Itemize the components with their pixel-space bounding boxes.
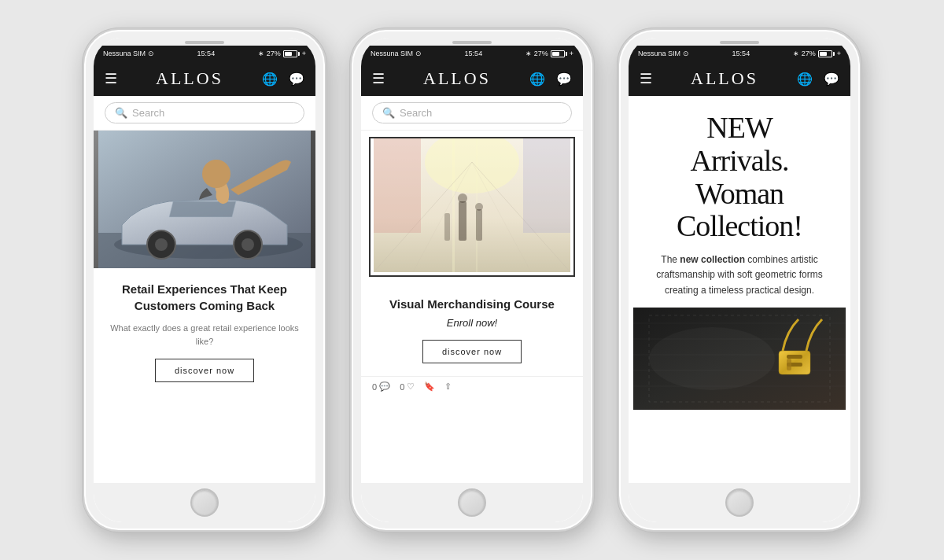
- chat-icon-2[interactable]: 💬: [556, 72, 572, 87]
- desc-pre: The: [661, 254, 680, 265]
- heart-icon: ♡: [407, 381, 415, 392]
- charging-icon-2: +: [570, 50, 573, 57]
- phone-3-top: [629, 38, 850, 46]
- chat-icon-1[interactable]: 💬: [289, 72, 304, 87]
- app-header-1: ☰ ALLOS 🌐 💬: [94, 61, 315, 96]
- menu-icon-1[interactable]: ☰: [105, 70, 117, 87]
- search-placeholder-2: Search: [400, 107, 432, 119]
- search-icon-2: 🔍: [382, 107, 395, 119]
- home-btn-circle-1[interactable]: [190, 488, 219, 517]
- svg-rect-19: [459, 201, 466, 241]
- discover-btn-1[interactable]: discover now: [155, 359, 254, 382]
- phone-3: Nessuna SIM ⊙ 15:54 ∗ 27% + ☰ ALLOS: [618, 28, 861, 532]
- home-btn-circle-3[interactable]: [725, 488, 754, 517]
- chat-icon-3[interactable]: 💬: [824, 72, 839, 87]
- battery-text-1: 27%: [267, 50, 281, 57]
- globe-icon-1[interactable]: 🌐: [262, 72, 278, 87]
- speaker-1: [185, 41, 224, 44]
- comment-count: 0: [372, 382, 377, 392]
- battery-text-3: 27%: [802, 50, 816, 57]
- time-2: 15:54: [465, 50, 483, 57]
- status-bar-2: Nessuna SIM ⊙ 15:54 ∗ 27% +: [361, 46, 583, 61]
- svg-rect-21: [476, 209, 482, 241]
- phones-container: Nessuna SIM ⊙ 15:54 ∗ 27% + ☰ ALLOS: [67, 13, 877, 547]
- header-icons-2: 🌐 💬: [529, 72, 572, 87]
- app-title-1: ALLOS: [156, 68, 223, 89]
- svg-point-6: [242, 238, 254, 251]
- time-1: 15:54: [197, 50, 216, 57]
- like-count: 0: [400, 382, 404, 392]
- battery-icon-2: [551, 50, 567, 57]
- bluetooth-icon-3: ∗: [793, 50, 799, 57]
- discover-btn-2[interactable]: discover now: [422, 340, 522, 363]
- share-icon[interactable]: ⇧: [444, 381, 452, 392]
- menu-icon-3[interactable]: ☰: [640, 70, 652, 87]
- wifi-icon-1: ⊙: [148, 50, 154, 57]
- bookmark-icon[interactable]: 🔖: [424, 381, 435, 392]
- svg-rect-33: [787, 359, 791, 370]
- svg-rect-31: [787, 355, 802, 359]
- svg-point-7: [202, 160, 230, 188]
- collection-content-3: NEWArrivals.WomanCollection! The new col…: [629, 96, 850, 308]
- collection-desc-3: The new collection combines artistic cra…: [641, 252, 838, 298]
- search-bar-2: 🔍 Search: [361, 96, 583, 131]
- status-bar-1: Nessuna SIM ⊙ 15:54 ∗ 27% +: [94, 46, 315, 61]
- course-text-2: Visual Merchandising Course Enroll now! …: [361, 283, 583, 376]
- carrier-3: Nessuna SIM: [638, 50, 680, 57]
- header-icons-1: 🌐 💬: [262, 72, 304, 87]
- phone-1: Nessuna SIM ⊙ 15:54 ∗ 27% + ☰ ALLOS: [83, 28, 326, 532]
- collection-title-3: NEWArrivals.WomanCollection!: [641, 112, 838, 243]
- course-title-2: Visual Merchandising Course: [372, 296, 572, 312]
- wifi-icon-2: ⊙: [415, 50, 422, 57]
- app-title-3: ALLOS: [691, 68, 758, 89]
- post-actions-2: 0 💬 0 ♡ 🔖 ⇧: [361, 376, 583, 396]
- app-header-2: ☰ ALLOS 🌐 💬: [361, 61, 583, 96]
- globe-icon-2[interactable]: 🌐: [529, 72, 545, 87]
- course-enroll-2: Enroll now!: [372, 317, 572, 329]
- header-icons-3: 🌐 💬: [797, 72, 839, 87]
- svg-point-34: [649, 327, 775, 390]
- speaker-3: [720, 41, 759, 44]
- globe-icon-3[interactable]: 🌐: [797, 72, 813, 87]
- bluetooth-icon-1: ∗: [258, 50, 264, 57]
- phone-2-screen: Nessuna SIM ⊙ 15:54 ∗ 27% + ☰ ALLOS: [361, 38, 583, 522]
- app-title-2: ALLOS: [423, 68, 491, 89]
- svg-point-22: [475, 203, 483, 211]
- carrier-2: Nessuna SIM: [371, 50, 413, 57]
- svg-point-20: [458, 193, 467, 203]
- screen-content-3: NEWArrivals.WomanCollection! The new col…: [629, 96, 850, 483]
- like-action[interactable]: 0 ♡: [400, 381, 415, 392]
- comment-icon: 💬: [379, 381, 390, 392]
- charging-icon-1: +: [302, 50, 306, 57]
- speaker-2: [452, 41, 492, 44]
- article-title-1: Retail Experiences That Keep Customers C…: [105, 281, 304, 314]
- battery-icon-1: [283, 50, 300, 57]
- search-placeholder-1: Search: [132, 107, 164, 119]
- mall-image-2: [369, 137, 575, 277]
- home-btn-circle-2[interactable]: [458, 488, 486, 517]
- desc-bold: new collection: [680, 254, 745, 265]
- carrier-1: Nessuna SIM: [103, 50, 146, 57]
- phone-1-screen: Nessuna SIM ⊙ 15:54 ∗ 27% + ☰ ALLOS: [94, 38, 315, 522]
- comment-action[interactable]: 0 💬: [372, 381, 390, 392]
- svg-rect-23: [444, 213, 450, 241]
- menu-icon-2[interactable]: ☰: [372, 70, 385, 87]
- bag-image-3: [629, 308, 850, 413]
- search-input-2[interactable]: 🔍 Search: [372, 102, 572, 123]
- svg-point-4: [155, 238, 168, 251]
- article-desc-1: What exactly does a great retail experie…: [105, 322, 304, 348]
- home-button-1: [94, 483, 315, 522]
- search-icon-1: 🔍: [115, 107, 127, 119]
- battery-icon-3: [818, 50, 835, 57]
- article-text-1: Retail Experiences That Keep Customers C…: [94, 268, 315, 395]
- time-3: 15:54: [732, 50, 750, 57]
- wifi-icon-3: ⊙: [683, 50, 689, 57]
- app-header-3: ☰ ALLOS 🌐 💬: [629, 61, 850, 96]
- phone-2: Nessuna SIM ⊙ 15:54 ∗ 27% + ☰ ALLOS: [350, 28, 594, 532]
- search-bar-1: 🔍 Search: [94, 96, 315, 131]
- search-input-1[interactable]: 🔍 Search: [105, 102, 304, 123]
- bluetooth-icon-2: ∗: [525, 50, 532, 57]
- screen-content-2: Visual Merchandising Course Enroll now! …: [361, 131, 583, 483]
- charging-icon-3: +: [837, 50, 841, 57]
- status-bar-3: Nessuna SIM ⊙ 15:54 ∗ 27% +: [629, 46, 850, 61]
